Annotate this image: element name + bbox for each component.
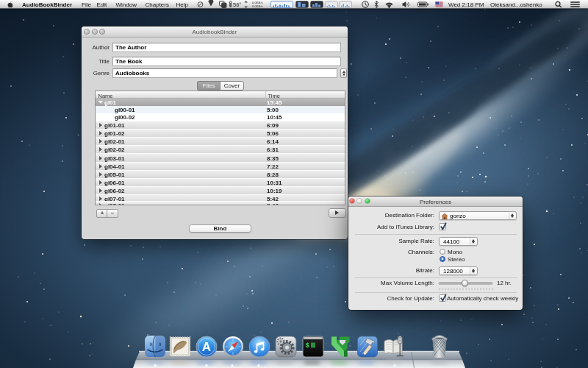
svg-text:Oleksand...oshenko: Oleksand...oshenko bbox=[490, 1, 542, 8]
svg-text:56°: 56° bbox=[233, 1, 241, 8]
svg-text:$: $ bbox=[306, 342, 310, 350]
svg-text:0.0KB/s: 0.0KB/s bbox=[252, 4, 263, 8]
svg-text:A: A bbox=[202, 340, 211, 354]
svg-text:Wed 2:18 PM: Wed 2:18 PM bbox=[448, 1, 484, 8]
